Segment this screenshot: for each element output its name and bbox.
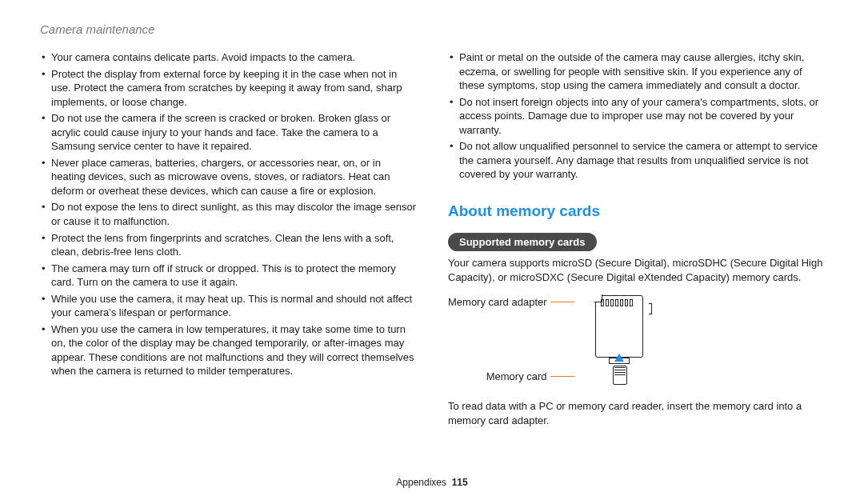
- insert-arrow-icon: [614, 354, 624, 362]
- memory-card-diagram: [579, 295, 651, 391]
- left-column: Your camera contains delicate parts. Avo…: [40, 50, 416, 472]
- list-item: Never place cameras, batteries, chargers…: [40, 156, 416, 198]
- adapter-label-row: Memory card adapter: [448, 295, 574, 310]
- list-item: The camera may turn off if struck or dro…: [40, 262, 416, 290]
- columns: Your camera contains delicate parts. Avo…: [40, 50, 824, 472]
- list-item: Protect the lens from fingerprints and s…: [40, 231, 416, 259]
- adapter-label: Memory card adapter: [448, 295, 547, 310]
- list-item: Protect the display from external force …: [40, 67, 416, 110]
- connector-line: [550, 376, 574, 377]
- microsd-stripes-icon: [614, 367, 626, 375]
- diagram-footer-text: To read data with a PC or memory card re…: [448, 399, 824, 427]
- list-item: Do not use the camera if the screen is c…: [40, 111, 416, 154]
- page: Camera maintenance Your camera contains …: [0, 0, 864, 504]
- list-item: While you use the camera, it may heat up…: [40, 292, 416, 320]
- list-item: Do not insert foreign objects into any o…: [448, 95, 824, 138]
- right-bullet-list: Paint or metal on the outside of the cam…: [448, 50, 824, 182]
- list-item: Your camera contains delicate parts. Avo…: [40, 50, 416, 65]
- supported-pill: Supported memory cards: [448, 233, 597, 252]
- connector-line: [550, 302, 574, 302]
- sd-lock-tab-icon: [649, 303, 652, 314]
- list-item: When you use the camera in low temperatu…: [40, 322, 416, 378]
- page-header: Camera maintenance: [40, 22, 824, 36]
- section-heading: About memory cards: [448, 201, 824, 222]
- card-label-row: Memory card: [486, 370, 574, 384]
- supported-text: Your camera supports microSD (Secure Dig…: [448, 256, 824, 284]
- diagram-row: Memory card adapter Memory card: [448, 295, 824, 391]
- left-bullet-list: Your camera contains delicate parts. Avo…: [40, 50, 416, 378]
- list-item: Do not expose the lens to direct sunligh…: [40, 200, 416, 228]
- card-label: Memory card: [486, 370, 547, 384]
- footer-page-number: 115: [452, 477, 468, 488]
- sd-contacts-icon: [601, 299, 633, 306]
- right-column: Paint or metal on the outside of the cam…: [448, 50, 824, 472]
- footer-section: Appendixes: [396, 477, 446, 488]
- list-item: Paint or metal on the outside of the cam…: [448, 50, 824, 93]
- diagram-labels: Memory card adapter Memory card: [448, 295, 579, 383]
- list-item: Do not allow unqualified personnel to se…: [448, 139, 824, 182]
- page-footer: Appendixes 115: [40, 472, 824, 488]
